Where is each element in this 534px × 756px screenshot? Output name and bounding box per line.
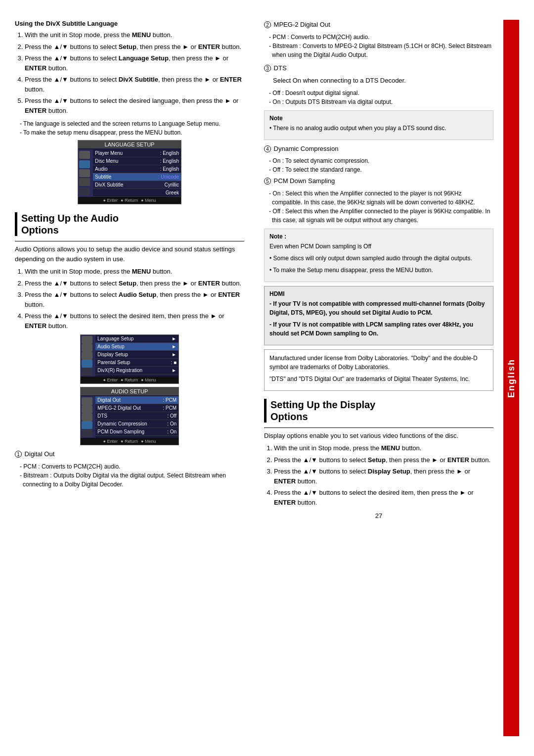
divx-step-4: Press the ▲/▼ buttons to select DivX Sub… bbox=[25, 75, 244, 94]
setup-side-icons bbox=[81, 335, 95, 377]
language-setup-screen: LANGUAGE SETUP Player Menu: English Disc… bbox=[78, 140, 181, 204]
digital-out-pcm: - PCM : Converts to PCM(2CH) audio. bbox=[20, 462, 244, 471]
setup-row-lang: Language Setup► bbox=[95, 335, 178, 343]
setup-row-divx: DivX(R) Registration► bbox=[95, 367, 178, 375]
divx-steps-list: With the unit in Stop mode, press the ME… bbox=[15, 30, 244, 115]
audio-options-section: Setting Up the AudioOptions Audio Option… bbox=[15, 212, 244, 489]
audio-icon-1 bbox=[82, 397, 92, 405]
audio-step-1: With the unit in Stop mode, press the ME… bbox=[25, 267, 244, 277]
setup-row-parental: Parental Setup: ■ bbox=[95, 359, 178, 367]
audio-section-divider bbox=[15, 241, 244, 241]
audio-row-digital: Digital Out: PCM bbox=[95, 396, 178, 404]
pcm-note-item1: • Some discs will only output down sampl… bbox=[269, 254, 488, 263]
dts-note-title: Note bbox=[269, 115, 488, 122]
audio-row-dynamic: Dynamic Compression: On bbox=[95, 420, 178, 428]
divx-step-1: With the unit in Stop mode, press the ME… bbox=[25, 30, 244, 40]
display-options-section: Setting Up the DisplayOptions Display op… bbox=[264, 399, 493, 508]
divx-step-5: Press the ▲/▼ buttons to select the desi… bbox=[25, 96, 244, 115]
display-description: Display options enable you to set variou… bbox=[264, 431, 493, 441]
language-screen-footer: ● Enter● Return● Menu bbox=[78, 197, 181, 204]
mpeg-bitstream: - Bitstream : Converts to MPEG-2 Digital… bbox=[269, 42, 493, 59]
divx-step-2: Press the ▲/▼ buttons to select Setup, t… bbox=[25, 42, 244, 52]
audio-menu-items: Digital Out: PCM MPEG-2 Digital Out: PCM… bbox=[95, 396, 178, 438]
language-screen-header: LANGUAGE SETUP bbox=[78, 141, 181, 148]
pcm-down-title: 5 PCM Down Sampling bbox=[264, 176, 493, 186]
audio-row-mpeg: MPEG-2 Digital Out: PCM bbox=[95, 404, 178, 412]
hdmi-title: HDMI bbox=[269, 290, 488, 297]
dynamic-title: 4 Dynamic Compression bbox=[264, 144, 493, 154]
display-step-1: With the unit in Stop mode, press the ME… bbox=[274, 443, 493, 453]
page-container: Using the DivX Subtitle Language With th… bbox=[0, 0, 534, 756]
audio-section-title: Setting Up the AudioOptions bbox=[15, 212, 244, 236]
menu-row-subtitle: Subtitle: Unicode bbox=[93, 173, 181, 181]
mpeg-pcm: - PCM : Converts to PCM(2CH) audio. bbox=[269, 33, 493, 42]
menu-icon-1 bbox=[79, 151, 90, 159]
audio-row-pcm: PCM Down Sampling: On bbox=[95, 428, 178, 436]
pcm-note-box: Note : Even when PCM Down sampling is Of… bbox=[264, 229, 493, 282]
menu-side-icons bbox=[78, 149, 93, 197]
divx-note-1: - The language is selected and the scree… bbox=[20, 119, 244, 128]
dts-item: 3 DTS Select On when connecting to a DTS… bbox=[264, 63, 493, 106]
digital-out-bitstream: - Bitstream : Outputs Dolby Digital via … bbox=[20, 471, 244, 489]
audio-step-2: Press the ▲/▼ buttons to select Setup, t… bbox=[25, 279, 244, 288]
circle-4: 4 bbox=[264, 145, 271, 152]
setup-menu-items: Language Setup► Audio Setup► Display Set… bbox=[95, 335, 178, 377]
dolby-line1: Manufactured under license from Dolby La… bbox=[269, 354, 488, 372]
menu-row-divx-sub: DivX SubtitleCyrillic bbox=[93, 181, 181, 189]
pcm-down-off: - Off : Select this when the Amplifier c… bbox=[269, 207, 493, 225]
menu-items: Player Menu: English Disc Menu: English … bbox=[93, 149, 181, 197]
setup-icon-2 bbox=[82, 344, 92, 352]
menu-row-greek: Greek bbox=[93, 189, 181, 197]
display-section-title: Setting Up the DisplayOptions bbox=[264, 399, 493, 423]
hdmi-item1: - If your TV is not compatible with comp… bbox=[269, 299, 488, 317]
display-step-4: Press the ▲/▼ buttons to select the desi… bbox=[274, 488, 493, 507]
setup-footer: ● Enter● Return● Menu bbox=[81, 377, 178, 383]
pcm-note-item2: • To make the Setup menu disappear, pres… bbox=[269, 266, 488, 275]
display-steps-list: With the unit in Stop mode, press the ME… bbox=[264, 443, 493, 507]
audio-setup-screen: AUDIO SETUP Digital Out: PCM MPEG-2 Digi… bbox=[80, 387, 179, 445]
divx-note-2: - To make the setup menu disappear, pres… bbox=[20, 128, 244, 137]
dts-note-content: • There is no analog audio output when y… bbox=[269, 124, 488, 133]
audio-icon-4 bbox=[82, 421, 92, 429]
divx-subtitle-section: Using the DivX Subtitle Language With th… bbox=[15, 20, 244, 204]
hdmi-item2: - If your TV is not compatible with LPCM… bbox=[269, 320, 488, 338]
audio-row-dts: DTS: Off bbox=[95, 412, 178, 420]
digital-out-item: 1 Digital Out - PCM : Converts to PCM(2C… bbox=[15, 449, 244, 489]
dynamic-on: - On : To select dynamic compression. bbox=[269, 156, 493, 165]
menu-row-player: Player Menu: English bbox=[93, 149, 181, 157]
dts-title: 3 DTS bbox=[264, 63, 493, 73]
audio-icon-5 bbox=[82, 429, 92, 437]
audio-icon-2 bbox=[82, 405, 92, 413]
dts-on: - On : Outputs DTS Bitstream via digital… bbox=[269, 97, 493, 106]
dolby-box: Manufactured under license from Dolby La… bbox=[264, 349, 493, 391]
audio-step-3: Press the ▲/▼ buttons to select Audio Se… bbox=[25, 290, 244, 309]
divx-step-3: Press the ▲/▼ buttons to select Language… bbox=[25, 53, 244, 73]
dynamic-compression-item: 4 Dynamic Compression - On : To select d… bbox=[264, 144, 493, 175]
audio-side-icons bbox=[81, 396, 95, 438]
pcm-down-item: 5 PCM Down Sampling - On : Select this w… bbox=[264, 176, 493, 225]
audio-screen-header: AUDIO SETUP bbox=[81, 387, 178, 395]
mpeg-out-item: 2 MPEG-2 Digital Out - PCM : Converts to… bbox=[264, 20, 493, 59]
menu-icon-4 bbox=[79, 178, 90, 186]
dts-description: Select On when connecting to a DTS Decod… bbox=[273, 76, 493, 86]
dolby-line2: "DTS" and "DTS Digital Out" are trademar… bbox=[269, 375, 488, 383]
mpeg-out-title: 2 MPEG-2 Digital Out bbox=[264, 20, 493, 30]
page-number: 27 bbox=[264, 512, 493, 520]
circle-3: 3 bbox=[264, 65, 271, 72]
menu-row-disc: Disc Menu: English bbox=[93, 157, 181, 165]
circle-2: 2 bbox=[264, 21, 271, 28]
display-step-2: Press the ▲/▼ buttons to select Setup, t… bbox=[274, 455, 493, 465]
right-column: 2 MPEG-2 Digital Out - PCM : Converts to… bbox=[259, 20, 493, 736]
hdmi-box: HDMI - If your TV is not compatible with… bbox=[264, 286, 493, 345]
main-content: Using the DivX Subtitle Language With th… bbox=[15, 20, 519, 736]
audio-description: Audio Options allows you to setup the au… bbox=[15, 244, 244, 264]
dynamic-off: - Off : To select the standard range. bbox=[269, 165, 493, 174]
menu-icon-5 bbox=[79, 188, 90, 195]
menu-icon-2 bbox=[79, 160, 90, 168]
menu-icon-3 bbox=[79, 169, 90, 177]
setup-row-audio: Audio Setup► bbox=[95, 343, 178, 351]
setup-icon-1 bbox=[82, 336, 92, 344]
pcm-down-on: - On : Select this when the Amplifier co… bbox=[269, 189, 493, 207]
pcm-note-subtitle: Even when PCM Down sampling is Off bbox=[269, 242, 488, 251]
audio-screen-footer: ● Enter● Return● Menu bbox=[81, 438, 178, 445]
